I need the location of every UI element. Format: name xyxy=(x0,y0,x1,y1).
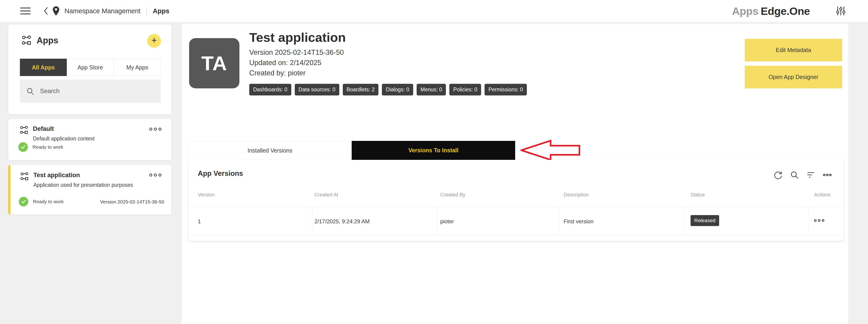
sidebar-title: Apps xyxy=(37,36,58,45)
filter-icon[interactable] xyxy=(806,170,815,179)
row-actions-menu-icon[interactable] xyxy=(814,219,824,222)
apps-icon xyxy=(22,35,32,45)
table-toolbar xyxy=(773,170,832,179)
cell-created-at: 2/17/2025, 9:24:29 AM xyxy=(314,218,370,225)
column-divider xyxy=(684,207,685,236)
badge-dashboards: Dashboards: 0 xyxy=(249,84,291,96)
topbar: Namespace Management Apps AppsEdge.One xyxy=(0,0,868,22)
table-row[interactable]: 1 2/17/2025, 9:24:29 AM pioter First ver… xyxy=(188,207,844,236)
app-meta: Version 2025-02-14T15-36-50 Updated on: … xyxy=(249,47,344,78)
version-tabs: Installed Versions Versions To Install xyxy=(188,141,515,160)
status-badge: Released xyxy=(690,215,719,226)
search-box xyxy=(20,80,161,103)
column-header-actions: Actions xyxy=(814,192,831,198)
column-header-version: Version xyxy=(198,192,215,198)
app-stat-badges: Dashboards: 0 Data sources: 0 Boardlets:… xyxy=(249,84,527,96)
cell-version: 1 xyxy=(198,218,201,225)
sidebar-tabs: All Apps App Store My Apps xyxy=(20,59,161,76)
badge-permissions: Permissions: 0 xyxy=(485,84,527,96)
page-title: Test application xyxy=(249,30,346,45)
tab-my-apps[interactable]: My Apps xyxy=(114,59,161,76)
column-header-description: Description xyxy=(564,192,589,198)
app-card-default[interactable]: Default Default application context Read… xyxy=(8,119,172,160)
logo-gray-part: Apps xyxy=(732,5,758,17)
tab-all-apps[interactable]: All Apps xyxy=(20,59,67,76)
apps-icon xyxy=(20,126,28,135)
apps-sidebar-panel: Apps + All Apps App Store My Apps xyxy=(8,25,172,114)
breadcrumb-section[interactable]: Namespace Management xyxy=(64,7,141,15)
red-annotation-arrow-icon xyxy=(521,140,581,161)
more-options-icon[interactable] xyxy=(823,170,832,179)
add-app-button[interactable]: + xyxy=(147,34,161,48)
card-title: Default xyxy=(33,125,54,133)
badge-dialogs: Dialogs: 0 xyxy=(382,84,413,96)
search-icon[interactable] xyxy=(790,170,799,179)
badge-policies: Policies: 0 xyxy=(449,84,481,96)
breadcrumb-page: Apps xyxy=(153,7,169,15)
refresh-icon[interactable] xyxy=(773,170,782,179)
status-check-icon xyxy=(18,142,28,152)
logo-bold-part: Edge.One xyxy=(761,5,810,17)
apps-icon xyxy=(20,172,29,181)
search-icon xyxy=(26,87,34,96)
column-divider xyxy=(808,207,809,236)
app-versions-card: App Versions xyxy=(188,160,844,241)
edit-metadata-button[interactable]: Edit Metadata xyxy=(745,39,842,62)
card-menu-icon[interactable] xyxy=(149,128,161,131)
card-title: Test application xyxy=(33,172,80,179)
card-status: Ready to work xyxy=(33,199,64,204)
location-pin-icon xyxy=(52,6,60,16)
cell-status: Released xyxy=(690,215,719,226)
app-avatar: TA xyxy=(189,38,240,88)
tab-installed-versions[interactable]: Installed Versions xyxy=(188,141,352,160)
card-description: Default application context xyxy=(33,135,95,142)
search-input[interactable] xyxy=(40,88,154,95)
card-menu-icon[interactable] xyxy=(149,174,161,177)
app-updated-line: Updated on: 2/14/2025 xyxy=(249,58,344,68)
badge-boardlets: Boardlets: 2 xyxy=(343,84,379,96)
tab-app-store[interactable]: App Store xyxy=(67,59,114,76)
back-chevron-icon[interactable] xyxy=(42,7,50,15)
column-header-created-by: Created By xyxy=(440,192,465,198)
app-card-test-application[interactable]: Test application Application used for pr… xyxy=(8,165,172,215)
column-header-status: Status xyxy=(690,192,705,198)
cell-description: First version xyxy=(564,218,594,225)
settings-sliders-icon[interactable] xyxy=(836,6,846,16)
card-version-label: Version 2025-02-14T15-36-50 xyxy=(100,199,164,205)
column-divider xyxy=(437,207,437,236)
column-divider xyxy=(312,207,312,236)
card-description: Application used for presentation purpos… xyxy=(33,181,133,189)
open-app-designer-button[interactable]: Open App Designer xyxy=(745,66,842,88)
badge-menus: Menus: 0 xyxy=(416,84,446,96)
cell-created-by: pioter xyxy=(440,218,454,225)
card-status: Ready to work xyxy=(32,144,63,150)
column-header-created-at: Created At xyxy=(314,192,338,198)
badge-data-sources: Data sources: 0 xyxy=(295,84,339,96)
status-check-icon xyxy=(19,197,28,206)
breadcrumb-divider xyxy=(146,7,147,15)
app-created-line: Created by: pioter xyxy=(249,68,344,78)
app-logo: AppsEdge.One xyxy=(732,5,810,17)
main-panel: TA Test application Version 2025-02-14T1… xyxy=(182,24,848,324)
tab-versions-to-install[interactable]: Versions To Install xyxy=(352,141,515,160)
app-version-line: Version 2025-02-14T15-36-50 xyxy=(249,47,344,58)
table-title: App Versions xyxy=(198,170,243,178)
menu-icon[interactable] xyxy=(20,6,31,16)
